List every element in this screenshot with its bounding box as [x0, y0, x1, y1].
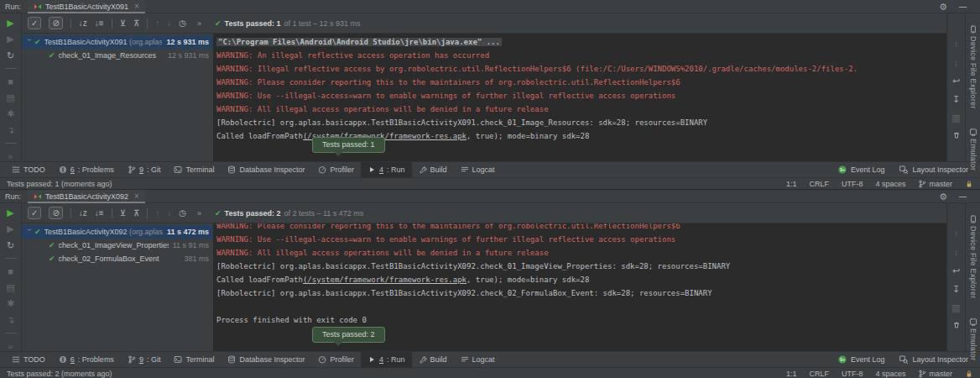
- rerun-icon[interactable]: ▶: [7, 207, 13, 218]
- collapse-all-icon[interactable]: ⊼: [133, 208, 139, 218]
- dock-tab-emulator[interactable]: Emulator: [969, 318, 977, 360]
- minimize-icon[interactable]: —: [959, 3, 967, 11]
- toggle-auto-test-icon[interactable]: ↻: [7, 50, 14, 60]
- test-tree-row[interactable]: ✔check_01_ImageView_Properties11 s 91 ms: [22, 239, 213, 252]
- toolbar-button---problems[interactable]: 6: Problems: [52, 352, 121, 368]
- toolbar-button-build[interactable]: Build: [412, 352, 454, 368]
- stop-icon[interactable]: ■: [8, 266, 13, 276]
- caret-position[interactable]: 1:1: [786, 370, 797, 378]
- git-branch-widget[interactable]: master: [918, 370, 952, 378]
- toggle-auto-test-icon[interactable]: ↻: [7, 240, 14, 250]
- clear-all-icon[interactable]: [952, 321, 961, 332]
- toolbar-button---run[interactable]: 4: Run: [361, 352, 412, 368]
- rerun-failed-tests-icon[interactable]: ▶: [7, 34, 13, 44]
- dock-tab-device[interactable]: Device File Explorer: [969, 25, 977, 109]
- indent-setting[interactable]: 4 spaces: [875, 370, 905, 378]
- settings-gear-icon[interactable]: ⚙: [939, 3, 947, 11]
- toolbar-button-logcat[interactable]: Logcat: [454, 352, 502, 368]
- sort-by-duration-icon[interactable]: ↓≡: [95, 18, 104, 29]
- toolbar-button-todo[interactable]: TODO: [5, 352, 52, 368]
- print-icon[interactable]: ▥: [951, 113, 960, 123]
- toolbar-button-profiler[interactable]: Profiler: [311, 352, 361, 368]
- sort-alphabetically-icon[interactable]: ↓z: [79, 18, 87, 29]
- caret-position[interactable]: 1:1: [786, 180, 797, 188]
- more-options-icon[interactable]: »: [8, 341, 13, 351]
- minimize-icon[interactable]: —: [959, 192, 967, 201]
- expand-all-icon[interactable]: ⊻: [120, 18, 126, 29]
- toolbar-button-profiler[interactable]: Profiler: [311, 162, 361, 178]
- toolbar-button---git[interactable]: 9: Git: [121, 162, 168, 178]
- ignored-tests-icon[interactable]: ⊘: [49, 17, 62, 29]
- previous-occurrence-icon[interactable]: ↑: [954, 228, 959, 239]
- line-ending[interactable]: CRLF: [809, 370, 829, 378]
- show-passed-icon[interactable]: ✓: [28, 207, 41, 219]
- encoding[interactable]: UTF-8: [842, 370, 863, 378]
- test-tree-row[interactable]: ›✔TestB1BasicActivityX092 (org.aplas.b11…: [22, 225, 213, 239]
- settings-gear-icon[interactable]: ⚙: [939, 192, 947, 201]
- soft-wrap-icon[interactable]: ↩: [952, 76, 960, 87]
- test-history-icon[interactable]: ◷: [179, 208, 186, 218]
- collapse-all-icon[interactable]: ⊼: [133, 18, 139, 29]
- toolbar-button-todo[interactable]: TODO: [5, 162, 52, 178]
- ignored-tests-icon[interactable]: ⊘: [49, 207, 62, 219]
- next-occurrence-icon[interactable]: ↓: [954, 57, 959, 68]
- stop-icon[interactable]: ■: [8, 76, 13, 87]
- test-history-icon[interactable]: ◷: [179, 18, 186, 29]
- next-occurrence-icon[interactable]: ↓: [167, 18, 171, 29]
- scroll-to-end-icon[interactable]: ↧: [952, 284, 960, 295]
- more-chevron-icon[interactable]: »: [197, 209, 201, 218]
- lock-icon[interactable]: [965, 370, 973, 378]
- layout-inspector-widget[interactable]: Layout Inspector: [899, 355, 968, 364]
- layout-inspector-widget[interactable]: Layout Inspector: [899, 165, 968, 174]
- coverage-icon[interactable]: ✱: [7, 108, 14, 118]
- toolbar-button-logcat[interactable]: Logcat: [454, 162, 502, 178]
- toolbar-button-build[interactable]: Build: [412, 162, 454, 178]
- previous-occurrence-icon[interactable]: ↑: [155, 208, 159, 218]
- run-tab[interactable]: TestB1BasicActivityX092 ×: [28, 190, 145, 203]
- toolbar-button-terminal[interactable]: Terminal: [167, 162, 221, 178]
- test-tree-row[interactable]: ✔check_02_FormulaBox_Event381 ms: [22, 252, 213, 265]
- close-icon[interactable]: ×: [134, 192, 139, 201]
- next-occurrence-icon[interactable]: ↓: [954, 247, 959, 258]
- scroll-to-end-icon[interactable]: ↧: [952, 94, 960, 105]
- chevron-down-icon[interactable]: ›: [25, 39, 34, 45]
- toolbar-button-database-inspector[interactable]: Database Inspector: [221, 352, 311, 368]
- encoding[interactable]: UTF-8: [842, 180, 863, 188]
- console-link[interactable]: (/system/framework/framework-res.apk: [303, 276, 467, 284]
- thread-dump-icon[interactable]: ▤: [6, 282, 14, 292]
- sort-by-duration-icon[interactable]: ↓≡: [95, 208, 104, 218]
- close-icon[interactable]: ×: [134, 2, 139, 11]
- toolbar-button---git[interactable]: 9: Git: [121, 352, 168, 368]
- coverage-icon[interactable]: ✱: [7, 298, 14, 308]
- more-chevron-icon[interactable]: »: [197, 19, 201, 28]
- previous-occurrence-icon[interactable]: ↑: [155, 18, 159, 29]
- more-options-icon[interactable]: »: [8, 151, 13, 161]
- restore-layout-icon[interactable]: ↴: [7, 315, 14, 325]
- indent-setting[interactable]: 4 spaces: [875, 180, 905, 188]
- test-tree-row[interactable]: ✔check_01_Image_Resources12 s 931 ms: [22, 49, 213, 62]
- git-branch-widget[interactable]: master: [918, 180, 952, 188]
- restore-layout-icon[interactable]: ↴: [7, 125, 14, 135]
- previous-occurrence-icon[interactable]: ↑: [954, 39, 959, 50]
- toolbar-button-database-inspector[interactable]: Database Inspector: [221, 162, 311, 178]
- rerun-icon[interactable]: ▶: [7, 18, 13, 28]
- toolbar-button---run[interactable]: 4: Run: [361, 162, 412, 178]
- toolbar-button-terminal[interactable]: Terminal: [167, 352, 221, 368]
- sort-alphabetically-icon[interactable]: ↓z: [79, 208, 87, 218]
- clear-all-icon[interactable]: [952, 131, 961, 142]
- expand-all-icon[interactable]: ⊻: [120, 208, 126, 218]
- test-tree-row[interactable]: ›✔TestB1BasicActivityX091 (org.aplas.b12…: [22, 35, 213, 49]
- lock-icon[interactable]: [965, 180, 973, 188]
- show-passed-icon[interactable]: ✓: [28, 17, 41, 29]
- event-log-widget[interactable]: 9+Event Log: [838, 355, 885, 364]
- next-occurrence-icon[interactable]: ↓: [167, 208, 171, 218]
- line-ending[interactable]: CRLF: [809, 180, 829, 188]
- chevron-down-icon[interactable]: ›: [25, 228, 34, 235]
- thread-dump-icon[interactable]: ▤: [6, 92, 14, 102]
- print-icon[interactable]: ▥: [951, 302, 960, 313]
- event-log-widget[interactable]: 9+Event Log: [838, 165, 885, 174]
- soft-wrap-icon[interactable]: ↩: [952, 265, 960, 276]
- dock-tab-emulator[interactable]: Emulator: [969, 128, 977, 171]
- dock-tab-device[interactable]: Device File Explorer: [969, 215, 977, 299]
- toolbar-button---problems[interactable]: 6: Problems: [52, 162, 121, 178]
